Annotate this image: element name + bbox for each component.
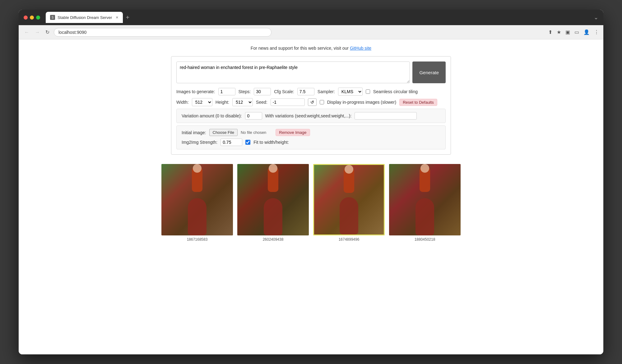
width-select[interactable]: 256 512 768 1024 <box>192 98 212 106</box>
figure-body-1 <box>188 198 207 235</box>
seamless-tiling-label: Seamless circular tiling <box>373 89 418 94</box>
figure-body-3 <box>340 197 358 234</box>
img2img-strength-input[interactable] <box>220 139 242 146</box>
menu-icon[interactable]: ⋮ <box>594 29 599 35</box>
fit-to-width-checkbox[interactable] <box>245 140 250 145</box>
tab-close-icon[interactable]: × <box>116 15 118 20</box>
variation-amount-input[interactable] <box>245 112 262 120</box>
image-gallery: 1867168583 2602409438 1674899496 <box>19 164 603 242</box>
with-variations-input[interactable] <box>355 112 417 120</box>
images-to-generate-label: Images to generate: <box>176 89 215 94</box>
page-content: For news and support for this web servic… <box>19 39 603 354</box>
active-tab[interactable]: S Stable Diffusion Dream Server × <box>46 12 123 23</box>
height-label: Height: <box>216 100 229 105</box>
reset-defaults-button[interactable]: Reset to Defaults <box>399 99 437 106</box>
sampler-select[interactable]: KLMS DDIM PLMS Euler Euler a <box>338 88 363 96</box>
images-to-generate-input[interactable] <box>218 88 235 95</box>
variation-row: Variation amount (0 to disable): With va… <box>176 109 446 123</box>
window-controls: ⌄ <box>594 14 598 21</box>
figure-head-1 <box>193 164 202 173</box>
tab-bar: S Stable Diffusion Dream Server × + <box>46 12 591 23</box>
sampler-label: Sampler: <box>318 89 335 94</box>
variation-amount-label: Variation amount (0 to disable): <box>182 113 242 118</box>
maximize-button[interactable] <box>36 16 40 20</box>
image-seed-4: 1880450218 <box>415 237 435 242</box>
close-button[interactable] <box>24 16 28 20</box>
traffic-lights <box>24 16 40 20</box>
gallery-image-4[interactable] <box>389 164 461 235</box>
cfg-scale-label: Cfg Scale: <box>274 89 294 94</box>
figure-body-4 <box>415 198 434 235</box>
img2img-row: Img2Img Strength: Fit to width/height: <box>182 139 440 146</box>
height-select[interactable]: 256 512 768 1024 <box>232 98 253 106</box>
settings-row-1: Images to generate: Steps: Cfg Scale: Sa… <box>176 88 446 96</box>
steps-input[interactable] <box>254 88 271 95</box>
image-card-4: 1880450218 <box>389 164 461 242</box>
settings-row-2: Width: 256 512 768 1024 Height: 256 512 … <box>176 98 446 106</box>
gallery-image-2[interactable] <box>237 164 309 235</box>
new-tab-button[interactable]: + <box>124 14 132 21</box>
share-icon[interactable]: ⬆ <box>548 29 552 35</box>
generate-button[interactable]: Generate <box>412 61 446 83</box>
steps-label: Steps: <box>239 89 251 94</box>
seed-label: Seed: <box>256 100 267 105</box>
minimize-button[interactable] <box>30 16 34 20</box>
address-bar: ← → ↻ ⬆ ★ ▣ ▭ 👤 ⋮ <box>19 25 603 39</box>
with-variations-label: With variations (seed:weight,seed:weight… <box>265 113 352 118</box>
figure-head-2 <box>269 164 277 173</box>
remove-image-button[interactable]: Remove Image <box>276 129 310 136</box>
display-inprogress-checkbox[interactable] <box>320 100 324 104</box>
title-bar: S Stable Diffusion Dream Server × + ⌄ <box>19 10 603 25</box>
image-seed-2: 2602409438 <box>263 237 284 242</box>
gallery-image-1[interactable] <box>161 164 233 235</box>
initial-image-row: Initial image: Choose File No file chose… <box>182 129 440 136</box>
figure-body-2 <box>264 198 282 235</box>
profile-icon[interactable]: 👤 <box>583 29 590 35</box>
browser-window: S Stable Diffusion Dream Server × + ⌄ ← … <box>19 10 603 354</box>
fit-to-width-label: Fit to width/height: <box>253 140 289 145</box>
image-seed-3: 1674899496 <box>339 237 360 242</box>
browser-toolbar-icons: ⬆ ★ ▣ ▭ 👤 ⋮ <box>548 29 599 35</box>
gallery-image-3[interactable] <box>313 164 385 235</box>
tab-title: Stable Diffusion Dream Server <box>58 15 112 20</box>
no-file-text: No file chosen <box>241 130 266 135</box>
seed-input[interactable] <box>271 98 305 106</box>
address-input[interactable] <box>54 28 272 37</box>
image-card-2: 2602409438 <box>237 164 309 242</box>
main-card: Generate Images to generate: Steps: Cfg … <box>171 56 451 155</box>
img2img-strength-label: Img2Img Strength: <box>182 140 217 145</box>
bookmark-icon[interactable]: ★ <box>557 29 561 35</box>
top-notice: For news and support for this web servic… <box>251 46 371 51</box>
image-card-1: 1867168583 <box>161 164 233 242</box>
randomize-seed-button[interactable]: ↺ <box>308 98 317 106</box>
prompt-row: Generate <box>176 61 446 83</box>
cfg-scale-input[interactable] <box>297 88 314 95</box>
forward-button[interactable]: → <box>34 28 41 36</box>
figure-head-3 <box>345 165 353 174</box>
figure-head-4 <box>420 164 429 173</box>
github-link[interactable]: GitHub site <box>350 46 371 51</box>
image-card-3: 1674899496 <box>313 164 385 242</box>
prompt-textarea[interactable] <box>176 61 410 83</box>
back-button[interactable]: ← <box>23 28 30 36</box>
reload-button[interactable]: ↻ <box>44 28 51 36</box>
extensions-icon[interactable]: ▣ <box>565 29 570 35</box>
display-inprogress-label: Display in-progress images (slower) <box>327 100 397 105</box>
seamless-tiling-checkbox[interactable] <box>366 89 370 94</box>
image-seed-1: 1867168583 <box>187 237 208 242</box>
notice-text: For news and support for this web servic… <box>251 46 349 51</box>
sidebar-icon[interactable]: ▭ <box>574 29 579 35</box>
initial-image-label: Initial image: <box>182 130 206 135</box>
choose-file-button[interactable]: Choose File <box>209 129 238 136</box>
initial-image-section: Initial image: Choose File No file chose… <box>176 125 446 149</box>
tab-favicon: S <box>50 15 55 20</box>
width-label: Width: <box>176 100 189 105</box>
